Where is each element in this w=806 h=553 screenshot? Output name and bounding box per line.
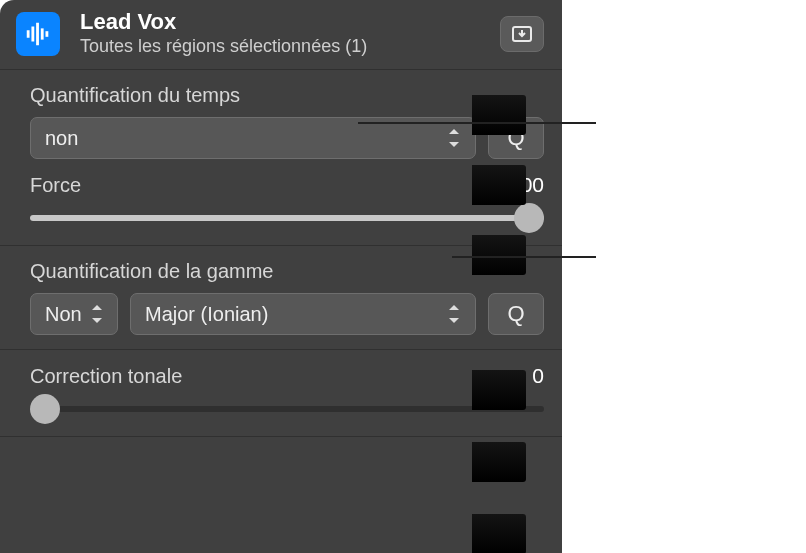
caret-icon xyxy=(447,127,465,149)
pitch-correction-label: Correction tonale xyxy=(30,365,182,388)
callout-line xyxy=(452,256,596,258)
track-subtitle: Toutes les régions sélectionnées (1) xyxy=(80,36,490,57)
audio-track-icon xyxy=(16,12,60,56)
pitch-correction-slider[interactable] xyxy=(30,394,544,422)
svg-rect-4 xyxy=(46,31,49,37)
svg-rect-0 xyxy=(27,30,30,38)
svg-rect-2 xyxy=(36,22,39,45)
svg-rect-1 xyxy=(31,26,34,41)
caret-icon xyxy=(447,303,465,325)
scale-quantize-onoff-value: Non xyxy=(45,303,82,326)
strength-label: Force xyxy=(30,174,81,197)
scale-quantize-label: Quantification de la gamme xyxy=(30,260,544,283)
time-quantize-value: non xyxy=(45,127,78,150)
callout-line xyxy=(358,122,596,124)
caret-icon xyxy=(90,303,108,325)
scale-quantize-onoff-select[interactable]: Non xyxy=(30,293,118,335)
import-settings-button[interactable] xyxy=(500,16,544,52)
pitch-correction-value: 0 xyxy=(532,364,544,388)
panel-header: Lead Vox Toutes les régions sélectionnée… xyxy=(0,0,562,67)
scale-quantize-scale-select[interactable]: Major (Ionian) xyxy=(130,293,476,335)
strength-slider[interactable] xyxy=(30,203,544,231)
track-title: Lead Vox xyxy=(80,10,490,34)
scale-quantize-q-button[interactable]: Q xyxy=(488,293,544,335)
time-quantize-label: Quantification du temps xyxy=(30,84,544,107)
svg-rect-3 xyxy=(41,28,44,39)
scale-quantize-scale-value: Major (Ionian) xyxy=(145,303,268,326)
